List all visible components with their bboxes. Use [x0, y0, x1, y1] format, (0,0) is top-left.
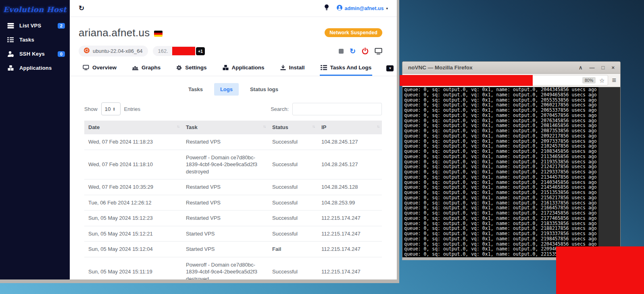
screen-redaction-box	[556, 246, 644, 294]
column-header-ip[interactable]: IP↑↓	[317, 121, 382, 134]
power-button[interactable]	[362, 48, 369, 54]
subtab-status-logs[interactable]: Status logs	[249, 83, 279, 96]
vps-meta-row: ubuntu-22.04-x86_64 162. +1 ↻	[79, 46, 382, 56]
spinner-arrows-icon: ▲▼	[113, 107, 115, 111]
column-header-date[interactable]: Date↑↓	[84, 121, 182, 134]
tab-settings[interactable]: Settings	[175, 65, 207, 76]
entries-label: Entries	[124, 106, 140, 112]
terminal-line: queue: 0, sq: output.0, vq: 0x1, name: o…	[404, 190, 598, 195]
sidebar-item-applications[interactable]: Applications	[0, 61, 70, 75]
vps-action-buttons: ↻	[339, 48, 382, 55]
entries-select[interactable]: 10 ▲▼	[101, 102, 121, 115]
sidebar-count-badge: 2	[58, 23, 65, 29]
console-button[interactable]	[375, 48, 382, 54]
tab-bar: OverviewGraphsSettingsApplicationsInstal…	[70, 65, 397, 76]
search-input[interactable]	[292, 103, 382, 115]
column-header-status[interactable]: Status↑↓	[268, 121, 317, 134]
show-label: Show	[84, 106, 98, 112]
task-list-icon	[7, 37, 14, 42]
sidebar-item-ssh-keys[interactable]: SSH Keys0	[0, 47, 70, 61]
cell-status: Successful	[268, 257, 317, 283]
table-row: Sun, 05 May 2024 15:11:19Poweroff - Doma…	[84, 257, 382, 283]
ubuntu-icon	[84, 48, 90, 54]
cell-status: Successful	[268, 150, 317, 179]
cell-date: Wed, 07 Feb 2024 10:35:29	[84, 179, 182, 195]
user-circle-icon	[337, 5, 342, 12]
page-head: ariana.afnet.us Network Suspended	[70, 17, 397, 39]
sort-arrows-icon: ↑↓	[377, 124, 379, 129]
stop-button[interactable]	[339, 49, 344, 54]
cell-date: Sun, 05 May 2024 15:11:19	[84, 257, 182, 283]
column-label: Task	[186, 124, 198, 130]
more-ips-badge[interactable]: +1	[196, 47, 205, 55]
boxes-icon	[223, 65, 229, 70]
restart-button[interactable]: ↻	[350, 48, 356, 55]
tab-graphs[interactable]: Graphs	[131, 65, 161, 76]
page-title: ariana.afnet.us	[79, 27, 163, 39]
terminal-line: queue: 0, sq: output.0, vq: 0x1, name: o…	[404, 154, 598, 159]
desktop: Evolution Host List VPS2TasksSSH Keys0Ap…	[0, 0, 644, 294]
ip-prefix: 162.	[158, 48, 168, 54]
terminal-line: queue: 0, sq: output.0, vq: 0x1, name: o…	[404, 113, 598, 118]
cell-date: Tue, 06 Feb 2024 12:26:12	[84, 195, 182, 211]
terminal-line: queue: 0, sq: output.0, vq: 0x1, name: o…	[404, 175, 598, 180]
sidebar: Evolution Host List VPS2TasksSSH Keys0Ap…	[0, 0, 70, 279]
maximize-button[interactable]: □	[602, 65, 605, 70]
refresh-icon[interactable]: ↻	[79, 4, 84, 13]
window-titlebar[interactable]: noVNC — Mozilla Firefox ∧—□×	[402, 62, 620, 74]
terminal-line: queue: 0, sq: output.0, vq: 0x1, name: o…	[404, 216, 598, 221]
column-header-task[interactable]: Task↑↓	[182, 121, 268, 134]
column-label: Date	[88, 124, 100, 130]
table-row: Wed, 07 Feb 2024 10:35:29Restarted VPSSu…	[84, 179, 382, 195]
hamburger-menu-icon[interactable]: ≡	[612, 77, 616, 84]
tab-overview[interactable]: Overview	[82, 65, 117, 76]
account-menu[interactable]: admin@afnet.us ▾	[337, 5, 388, 12]
subtab-logs[interactable]: Logs	[214, 83, 239, 96]
brand-logo: Evolution Host	[0, 0, 70, 19]
cell-ip: 104.28.245.127	[317, 150, 382, 179]
browser-navbar: 80% ☆ ≡	[402, 74, 620, 87]
cell-task: Restarted VPS	[182, 134, 268, 150]
sidebar-item-label: Applications	[19, 65, 52, 71]
terminal-line: queue: 0, sq: output.0, vq: 0x1, name: o…	[404, 128, 598, 133]
tab-install[interactable]: Install	[279, 65, 306, 76]
cell-ip: 104.28.245.127	[317, 134, 382, 150]
tab-label: Graphs	[142, 65, 160, 71]
url-redaction-box	[400, 75, 533, 86]
table-row: Sun, 05 May 2024 15:12:04Started VPSFail…	[84, 242, 382, 257]
topbar-right: admin@afnet.us ▾	[325, 4, 388, 12]
table-row: Sun, 05 May 2024 15:12:23Restarted VPSSu…	[84, 211, 382, 226]
minimize-button[interactable]: —	[590, 65, 595, 70]
terminal-line: queue: 0, sq: output.0, vq: 0x1, name: o…	[404, 87, 598, 92]
table-header-row: Date↑↓Task↑↓Status↑↓IP↑↓	[84, 121, 382, 134]
sidebar-item-tasks[interactable]: Tasks	[0, 33, 70, 47]
table-row: Wed, 07 Feb 2024 11:18:23Restarted VPSSu…	[84, 134, 382, 150]
vnc-terminal-screen[interactable]: queue: 0, sq: output.0, vq: 0x1, name: o…	[402, 87, 598, 257]
os-tag: ubuntu-22.04-x86_64	[79, 46, 148, 56]
sidebar-nav: List VPS2TasksSSH Keys0Applications	[0, 19, 70, 75]
cell-task: Started VPS	[182, 242, 268, 257]
shade-button[interactable]: ∧	[579, 65, 583, 70]
tab-overflow-button[interactable]: ▼	[386, 65, 394, 71]
sidebar-item-list-vps[interactable]: List VPS2	[0, 19, 70, 33]
cell-date: Wed, 07 Feb 2024 11:18:23	[84, 134, 182, 150]
tab-label: Applications	[232, 65, 265, 71]
subtab-tasks[interactable]: Tasks	[188, 83, 204, 96]
close-button[interactable]: ×	[611, 65, 615, 70]
lightbulb-icon[interactable]	[325, 4, 329, 12]
cell-date: Sun, 05 May 2024 15:12:04	[84, 242, 182, 257]
terminal-line: queue: 0, sq: output.0, vq: 0x1, name: o…	[404, 231, 598, 236]
ip-tag: 162.	[153, 46, 195, 56]
bookmark-star-icon[interactable]: ☆	[599, 77, 604, 83]
zoom-level-badge[interactable]: 80%	[582, 77, 596, 83]
sort-arrows-icon: ↑↓	[312, 124, 315, 129]
tab-applications[interactable]: Applications	[222, 65, 265, 76]
table-controls: Show 10 ▲▼ Entries Search:	[84, 102, 382, 115]
account-email: admin@afnet.us	[345, 6, 384, 11]
tab-tasks-and-logs[interactable]: Tasks And Logs	[320, 65, 373, 76]
terminal-line: queue: 0, sq: output.0, vq: 0x1, name: o…	[404, 108, 598, 113]
cell-task: Restarted VPS	[182, 211, 268, 226]
table-row: Sun, 05 May 2024 15:12:21Started VPSSucc…	[84, 226, 382, 242]
novnc-firefox-window: noVNC — Mozilla Firefox ∧—□× 80% ☆ ≡ que…	[402, 61, 621, 260]
boxes-icon	[7, 65, 14, 71]
